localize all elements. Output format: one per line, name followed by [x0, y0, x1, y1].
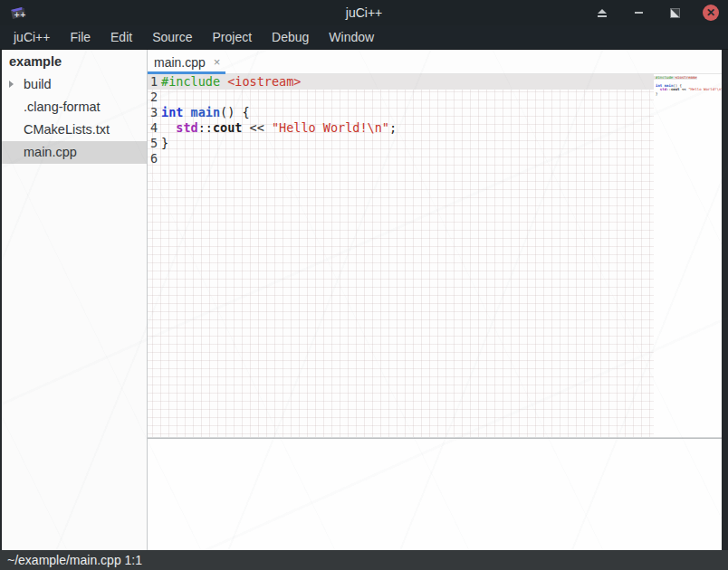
restore-icon: [670, 8, 680, 18]
tabbar: main.cpp ×: [148, 50, 722, 74]
app-window: { "window": { "title": "juCi++", "contro…: [0, 0, 728, 570]
menu-item-debug[interactable]: Debug: [262, 25, 319, 49]
titlebar: ++ juCi++ ✕: [0, 0, 728, 25]
menu-item-edit[interactable]: Edit: [101, 25, 142, 49]
menu-item-window[interactable]: Window: [319, 25, 384, 49]
code-area[interactable]: 1#include <iostream>23int main() {4 std:…: [148, 74, 654, 437]
tree-item-main-cpp[interactable]: main.cpp: [2, 141, 147, 164]
tree-items: build.clang-formatCMakeLists.txtmain.cpp: [2, 73, 147, 164]
tree-item-build[interactable]: build: [2, 73, 147, 96]
code-token: () {: [220, 105, 250, 119]
minimap-token: }: [656, 91, 657, 96]
code-token: ::: [198, 120, 213, 135]
menu-item-juci[interactable]: juCi++: [4, 25, 60, 49]
code-line[interactable]: 4 std::cout << "Hello World!\n";: [148, 120, 654, 136]
menu-item-source[interactable]: Source: [142, 25, 202, 49]
tree-item-cmakelists-txt[interactable]: CMakeLists.txt: [2, 119, 147, 141]
menu-item-file[interactable]: File: [60, 25, 101, 49]
line-number: 2: [148, 90, 161, 105]
expander-icon[interactable]: [9, 81, 14, 88]
code-line[interactable]: 6: [148, 151, 654, 166]
line-number: 1: [148, 74, 161, 90]
minimize-button[interactable]: [630, 5, 647, 21]
app-logo-icon: ++: [8, 5, 26, 21]
code-token: std: [176, 120, 197, 135]
project-header[interactable]: example: [2, 50, 147, 73]
minimap-token: <iostream>: [675, 75, 697, 80]
code-token: <iostream>: [227, 74, 301, 89]
directory-tree: example build.clang-formatCMakeLists.txt…: [2, 50, 147, 550]
minimap-token: #include: [656, 75, 673, 80]
restore-button[interactable]: [666, 5, 683, 21]
code-line[interactable]: 5}: [148, 136, 654, 151]
minimap-token: std: [660, 87, 666, 91]
close-button[interactable]: ✕: [703, 5, 719, 21]
tab-close-icon[interactable]: ×: [214, 56, 221, 68]
code-text: #include <iostream>: [161, 74, 301, 90]
code-text: int main() {: [161, 105, 250, 120]
code-token: [220, 74, 227, 89]
tree-item-clang-format[interactable]: .clang-format: [2, 96, 147, 119]
main-content: example build.clang-formatCMakeLists.txt…: [0, 50, 728, 550]
eject-icon: [598, 9, 607, 14]
code-token: #include: [161, 74, 220, 89]
minimap-line: [654, 96, 656, 100]
terminal-panel[interactable]: [148, 439, 722, 550]
tab-main-cpp[interactable]: main.cpp ×: [148, 50, 225, 74]
tree-item-label: CMakeLists.txt: [2, 119, 110, 141]
code-line[interactable]: 1#include <iostream>: [148, 74, 654, 90]
code-text: std::cout << "Hello World!\n";: [161, 120, 397, 136]
status-file-path: ~/example/main.cpp 1:1: [0, 553, 142, 567]
code-token: }: [161, 136, 168, 150]
menu-item-project[interactable]: Project: [203, 25, 263, 49]
code-text: }: [161, 136, 168, 151]
line-number: 6: [148, 151, 161, 166]
minimap-line: #include <iostream>: [654, 76, 697, 80]
code-token: [183, 105, 190, 119]
minimap-token: "Hello World!\n": [688, 87, 723, 91]
code-token: cout: [213, 120, 243, 135]
svg-text:++: ++: [14, 11, 25, 19]
right-scrollbar-trough[interactable]: [722, 50, 728, 550]
code-token: ;: [389, 120, 397, 135]
minimap[interactable]: #include <iostream>int main() { std::cou…: [654, 74, 722, 437]
line-number: 5: [148, 136, 161, 151]
line-number: 4: [148, 120, 161, 136]
source-editor: 1#include <iostream>23int main() {4 std:…: [148, 74, 722, 437]
minimap-token: cout: [671, 87, 680, 91]
tree-item-label: .clang-format: [2, 96, 101, 119]
shade-button[interactable]: [594, 5, 610, 21]
menubar: juCi++FileEditSourceProjectDebugWindow: [0, 25, 728, 50]
window-controls: ✕: [594, 0, 719, 25]
minimap-line: std::cout << "Hello World!\n";: [654, 88, 725, 91]
code-token: [161, 120, 176, 135]
code-token: "Hello World!\n": [272, 120, 389, 135]
statusbar: ~/example/main.cpp 1:1: [0, 550, 728, 570]
tree-item-label: main.cpp: [2, 141, 77, 164]
line-number: 3: [148, 105, 161, 120]
code-token: <<: [242, 120, 272, 135]
close-icon: ✕: [706, 7, 715, 18]
code-token: int: [161, 105, 183, 119]
code-line[interactable]: 3int main() {: [148, 105, 654, 120]
minimap-token: <<: [680, 87, 689, 91]
code-line[interactable]: 2: [148, 90, 654, 105]
minimize-icon: [635, 12, 643, 14]
code-token: main: [191, 105, 221, 119]
tab-label: main.cpp: [154, 55, 206, 70]
editor-pane: main.cpp × 1#include <iostream>23int mai…: [148, 50, 722, 550]
